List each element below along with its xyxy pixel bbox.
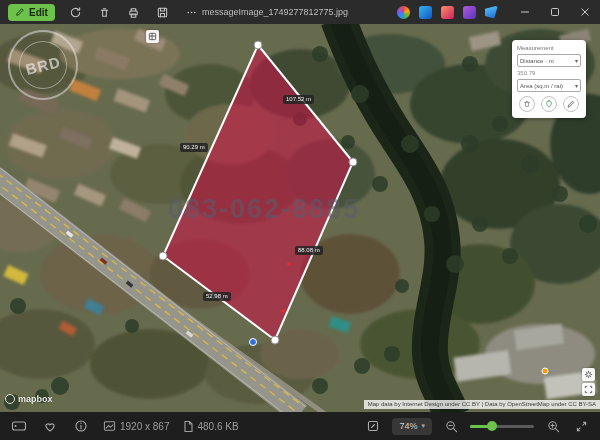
layers-icon [148,32,157,41]
trash-icon [98,6,111,19]
edit-with-app-shortcuts [397,6,498,19]
zoom-in-icon [547,420,560,433]
blue-map-marker [250,339,257,346]
fullscreen-icon [575,420,588,433]
mapbox-logo: mapbox [5,394,53,404]
polygon-vertex [271,336,279,344]
trash-icon [523,100,531,108]
polygon-vertex [254,41,262,49]
fit-to-window-button[interactable] [364,417,382,435]
fullscreen-button[interactable] [572,417,590,435]
filmstrip-toggle-button[interactable] [10,417,28,435]
rotate-icon [69,6,82,19]
zoom-slider-knob[interactable] [487,421,497,431]
map-settings-button [582,368,595,381]
edit-button[interactable]: Edit [8,4,55,21]
zoom-out-button[interactable] [442,417,460,435]
map-attribution: Map data by Internet Design under CC BY … [364,400,600,409]
caret-down-icon: ▾ [421,422,425,430]
minimize-icon [520,7,530,17]
floppy-icon [156,6,169,19]
zoom-in-button[interactable] [544,417,562,435]
image-dimensions: 1920 x 867 [103,420,170,432]
rotate-button[interactable] [68,4,84,20]
filmstrip-icon [11,419,27,433]
stamp-text: BRD [14,36,72,94]
file-size: 480.6 KB [183,420,239,433]
area-unit-select: Area (sq.m / rai) ▾ [517,79,581,92]
caret-down-icon: ▾ [575,57,578,64]
file-info-button[interactable] [72,417,90,435]
zoom-percent-value: 74% [399,421,417,431]
polygon-vertex [159,252,167,260]
edge-measurement-label: 90.29 m [180,143,208,152]
dimensions-icon [103,420,116,432]
distance-unit-select: Distance · m ▾ [517,54,581,67]
info-icon [74,419,88,433]
phone-number-watermark: 083-062-8885 [168,194,360,225]
measure-draw-button [563,96,579,112]
edit-button-label: Edit [29,7,48,18]
app-icon-3[interactable] [441,6,454,19]
close-button[interactable] [570,0,600,24]
more-options-button[interactable] [184,4,200,20]
title-bar: Edit messageImage_1749277812775.jpg [0,0,600,24]
photos-app-window: Edit messageImage_1749277812775.jpg [0,0,600,440]
map-expand-button [582,383,595,396]
red-map-marker [287,262,291,266]
maximize-icon [550,7,560,17]
caret-down-icon: ▾ [575,82,578,89]
maximize-button[interactable] [540,0,570,24]
close-icon [580,7,590,17]
mapbox-logo-text: mapbox [18,394,53,404]
measure-result-value: 350.79 [517,70,581,76]
fit-icon [366,419,380,433]
file-icon [183,420,194,433]
status-bar: 1920 x 867 480.6 KB 74% ▾ [0,412,600,440]
zoom-slider[interactable] [470,419,534,433]
distance-select-value: Distance · m [520,58,554,64]
app-icon-5[interactable] [485,6,498,19]
print-button[interactable] [126,4,142,20]
mapbox-logo-icon [5,394,15,404]
edge-measurement-label: 88.08 m [295,246,323,255]
heart-icon [43,420,57,433]
edge-measurement-label: 107.52 m [283,95,314,104]
pencil-icon [15,7,25,17]
delete-button[interactable] [97,4,113,20]
app-icon-4[interactable] [463,6,476,19]
polygon-vertex [349,158,357,166]
red-map-marker [281,309,285,313]
expand-arrows-icon [584,385,593,394]
measure-marker-button [541,96,557,112]
satellite-map-photo: 90.29 m 107.52 m 88.08 m 52.98 m BRD 083… [0,24,600,412]
gear-icon [584,370,593,379]
ellipsis-icon [185,6,198,19]
measure-tool-panel: Measurement Distance · m ▾ 350.79 Area (… [512,40,586,118]
orange-map-marker [542,368,548,374]
printer-icon [127,6,140,19]
dimensions-value: 1920 x 867 [120,421,170,432]
file-size-value: 480.6 KB [198,421,239,432]
zoom-out-icon [445,420,458,433]
app-icon-1[interactable] [397,6,410,19]
measure-delete-button [519,96,535,112]
area-select-value: Area (sq.m / rai) [520,83,563,89]
map-layers-button [146,30,159,43]
minimize-button[interactable] [510,0,540,24]
pin-icon [545,100,553,108]
measure-panel-title: Measurement [517,45,581,51]
edge-measurement-label: 52.98 m [203,292,231,301]
pencil-icon [567,100,575,108]
favorite-button[interactable] [41,417,59,435]
app-icon-2[interactable] [419,6,432,19]
save-button[interactable] [155,4,171,20]
zoom-percent-dropdown[interactable]: 74% ▾ [392,418,432,435]
